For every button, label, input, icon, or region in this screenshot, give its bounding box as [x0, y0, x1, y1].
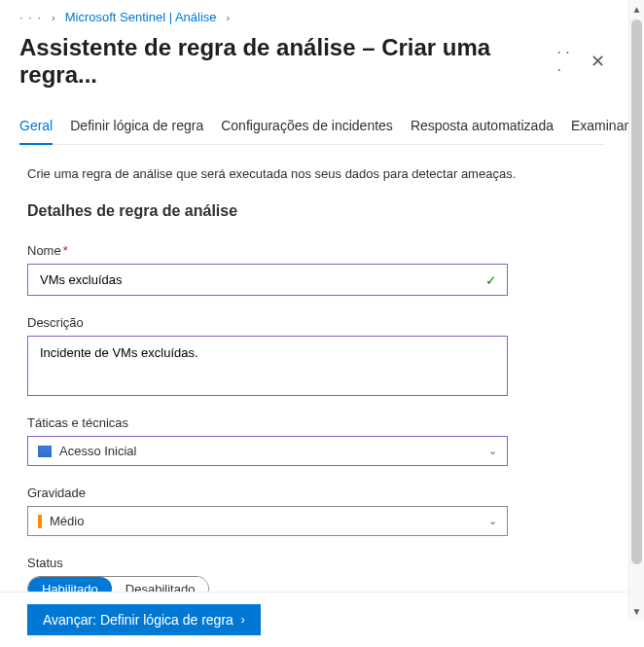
chevron-right-icon: › — [241, 613, 245, 627]
tactics-label: Táticas e técnicas — [27, 415, 128, 430]
status-toggle: Habilitado Desabilitado — [27, 576, 209, 592]
tab-resposta-automatizada[interactable]: Resposta automatizada — [411, 112, 554, 144]
severity-value: Médio — [50, 514, 84, 528]
chevron-right-icon: › — [227, 12, 231, 23]
severity-icon — [38, 515, 42, 528]
breadcrumb-more-icon[interactable]: · · · — [19, 10, 42, 24]
name-input-wrap: ✓ — [27, 264, 508, 296]
next-button-label: Avançar: Definir lógica de regra — [43, 612, 233, 628]
breadcrumb-link[interactable]: Microsoft Sentinel | Análise — [65, 10, 217, 24]
scroll-thumb[interactable] — [631, 19, 642, 564]
name-input[interactable] — [38, 271, 466, 288]
required-indicator: * — [63, 243, 68, 258]
status-label: Status — [27, 556, 63, 570]
tactic-icon — [38, 446, 52, 457]
tab-config-incidentes[interactable]: Configurações de incidentes — [221, 112, 393, 144]
scroll-up-icon[interactable]: ▲ — [629, 0, 644, 18]
scrollbar[interactable]: ▲ ▼ — [628, 0, 644, 620]
breadcrumb: · · · › Microsoft Sentinel | Análise › — [19, 10, 605, 24]
section-title: Detalhes de regra de análise — [27, 202, 605, 220]
check-icon: ✓ — [485, 272, 497, 288]
page-title: Assistente de regra de análise – Criar u… — [19, 34, 556, 89]
tab-definir-logica[interactable]: Definir lógica de regra — [70, 112, 203, 144]
description-label: Descrição — [27, 315, 84, 330]
chevron-down-icon: ⌄ — [488, 515, 497, 527]
next-button[interactable]: Avançar: Definir lógica de regra › — [27, 604, 261, 635]
tab-geral[interactable]: Geral — [19, 112, 53, 145]
scroll-down-icon[interactable]: ▼ — [629, 602, 644, 620]
tactics-value: Acesso Inicial — [59, 444, 136, 458]
status-enabled-option[interactable]: Habilitado — [28, 577, 112, 592]
intro-text: Crie uma regra de análise que será execu… — [27, 166, 605, 181]
tactics-select[interactable]: Acesso Inicial ⌄ — [27, 436, 508, 466]
name-label: Nome — [27, 243, 61, 258]
more-actions-icon[interactable]: · · · — [556, 44, 577, 79]
status-disabled-option[interactable]: Desabilitado — [112, 577, 209, 592]
severity-select[interactable]: Médio ⌄ — [27, 506, 508, 536]
description-wrap — [27, 336, 508, 396]
close-icon[interactable]: ✕ — [590, 51, 605, 72]
tabs: Geral Definir lógica de regra Configuraç… — [19, 112, 605, 145]
chevron-down-icon: ⌄ — [488, 445, 497, 457]
description-input[interactable] — [38, 343, 497, 388]
chevron-right-icon: › — [52, 12, 55, 23]
severity-label: Gravidade — [27, 485, 86, 500]
